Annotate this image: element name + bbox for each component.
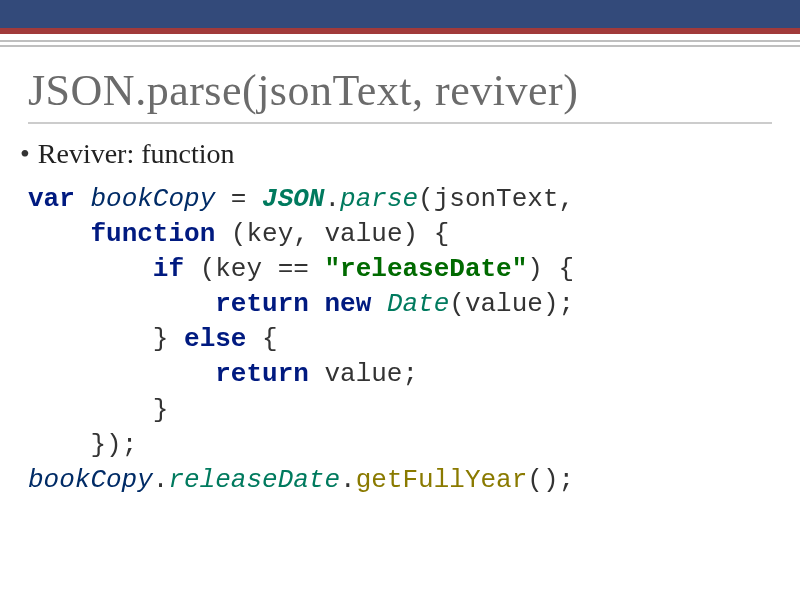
code-ident-bookcopy: bookCopy (90, 184, 215, 214)
code-type-json: JSON (262, 184, 324, 214)
code-keyword-new: new (324, 289, 371, 319)
code-block: var bookCopy = JSON.parse(jsonText, func… (28, 182, 772, 498)
code-keyword-var: var (28, 184, 75, 214)
title-underline (28, 122, 772, 124)
code-keyword-if: if (153, 254, 184, 284)
code-keyword-return: return (215, 289, 309, 319)
bullet-line: Reviver: function (20, 138, 772, 170)
slide-divider (0, 28, 800, 47)
code-method-parse: parse (340, 184, 418, 214)
code-method-getfullyear: getFullYear (356, 465, 528, 495)
code-keyword-function: function (90, 219, 215, 249)
code-string-releasedate: "releaseDate" (324, 254, 527, 284)
code-ident-bookcopy2: bookCopy (28, 465, 153, 495)
slide-top-band (0, 0, 800, 28)
code-keyword-else: else (184, 324, 246, 354)
code-type-date: Date (387, 289, 449, 319)
code-keyword-return2: return (215, 359, 309, 389)
slide-title: JSON.parse(jsonText, reviver) (28, 65, 772, 116)
code-prop-releasedate: releaseDate (168, 465, 340, 495)
